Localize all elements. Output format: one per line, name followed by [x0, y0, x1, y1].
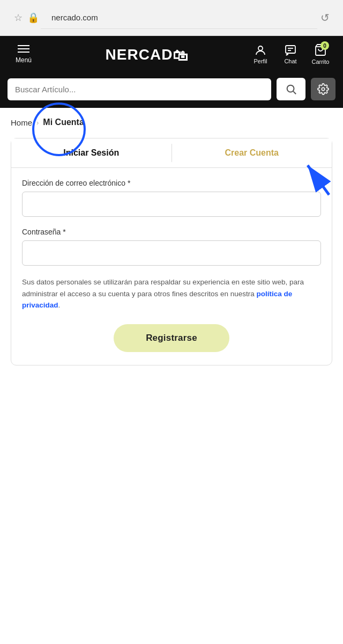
form-section: Dirección de correo electrónico * Contra… — [11, 168, 332, 365]
browser-chrome: ☆ 🔒 nercado.com ↺ — [0, 0, 343, 36]
hamburger-bar — [18, 52, 29, 53]
breadcrumb-home[interactable]: Home — [11, 118, 32, 127]
email-input[interactable] — [22, 192, 321, 217]
svg-point-0 — [258, 46, 263, 50]
cart-label: Carrito — [311, 58, 329, 65]
menu-label: Menú — [16, 56, 32, 64]
register-btn-wrapper: Registrarse — [22, 324, 321, 352]
site-logo[interactable]: NERCAD🛍 — [47, 46, 247, 63]
top-nav: Menú NERCAD🛍 Perfil Chat — [0, 36, 343, 72]
chat-icon — [284, 44, 297, 57]
svg-point-5 — [287, 85, 294, 92]
register-tab[interactable]: Crear Cuenta — [172, 138, 332, 167]
reload-icon[interactable]: ↺ — [317, 11, 332, 24]
menu-button[interactable]: Menú — [9, 45, 39, 64]
hamburger-bar — [18, 45, 29, 46]
chat-label: Chat — [284, 58, 296, 64]
search-input[interactable] — [8, 78, 271, 100]
cart-wrapper: 0 — [314, 43, 327, 57]
email-required: * — [128, 179, 130, 187]
nav-icons: Perfil Chat 0 Carrito — [247, 41, 334, 67]
gear-icon — [317, 83, 329, 95]
search-icon — [285, 83, 297, 95]
password-required: * — [63, 228, 65, 236]
profile-nav-item[interactable]: Perfil — [247, 42, 274, 67]
register-button[interactable]: Registrarse — [114, 324, 229, 352]
star-icon[interactable]: ☆ — [11, 12, 26, 24]
svg-rect-1 — [286, 46, 295, 53]
search-button[interactable] — [277, 78, 305, 100]
breadcrumb: Home › Mi Cuenta — [0, 108, 343, 134]
breadcrumb-separator: › — [36, 119, 39, 127]
search-bar — [0, 72, 343, 108]
password-label: Contraseña * — [22, 228, 321, 236]
account-card: Iniciar Sesión Crear Cuenta Dirección de… — [11, 138, 332, 365]
url-bar[interactable]: nercado.com — [41, 6, 317, 29]
svg-point-7 — [322, 87, 325, 91]
logo-bag-icon: 🛍 — [173, 47, 188, 64]
privacy-text: Sus datos personales se utilizarán para … — [22, 276, 321, 311]
breadcrumb-current: Mi Cuenta — [43, 118, 84, 127]
cart-nav-item[interactable]: 0 Carrito — [307, 41, 334, 67]
profile-label: Perfil — [253, 58, 267, 64]
settings-button[interactable] — [311, 78, 335, 100]
email-label: Dirección de correo electrónico * — [22, 179, 321, 187]
search-input-wrapper — [8, 78, 271, 100]
chat-nav-item[interactable]: Chat — [277, 42, 304, 67]
account-tabs: Iniciar Sesión Crear Cuenta — [11, 138, 332, 168]
cart-badge: 0 — [320, 41, 329, 50]
hamburger-bar — [18, 48, 29, 49]
profile-icon — [254, 44, 267, 57]
password-input[interactable] — [22, 240, 321, 266]
lock-icon: 🔒 — [26, 12, 41, 24]
svg-line-6 — [293, 91, 296, 94]
login-tab[interactable]: Iniciar Sesión — [11, 138, 172, 167]
